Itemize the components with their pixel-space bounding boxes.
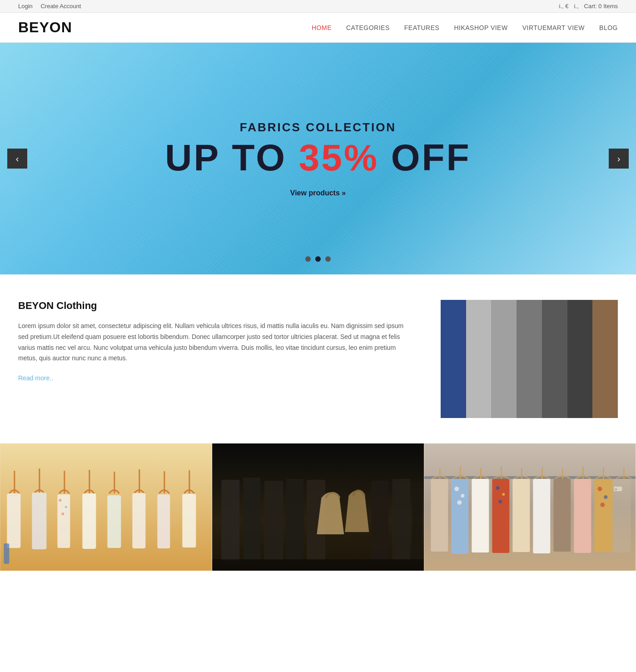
svg-rect-30 xyxy=(371,481,388,561)
product-card-3[interactable]: M xyxy=(424,443,636,571)
swatch-blue xyxy=(441,300,466,418)
header: BEYON HOME CATEGORIES FEATURES HIKASHOP … xyxy=(0,13,636,43)
swatch-darkgray xyxy=(542,300,567,418)
svg-rect-59 xyxy=(574,479,591,553)
product-card-1[interactable] xyxy=(0,443,212,571)
svg-point-15 xyxy=(65,506,67,508)
about-fabric-swatches xyxy=(441,300,618,418)
product-card-2[interactable] xyxy=(212,443,424,571)
hero-content: FABRICS COLLECTION UP TO 35% OFF View pr… xyxy=(165,120,471,197)
nav-blog[interactable]: BLOG xyxy=(599,24,618,31)
nav-hikashop[interactable]: HIKASHOP VIEW xyxy=(454,24,507,31)
about-body: Lorem ipsum dolor sit amet, consectetur … xyxy=(18,321,413,364)
svg-point-61 xyxy=(598,487,602,491)
swatch-midgray xyxy=(517,300,542,418)
currency-selector[interactable]: i., € xyxy=(559,3,568,10)
main-nav: HOME CATEGORIES FEATURES HIKASHOP VIEW V… xyxy=(312,24,618,31)
slider-dot-1[interactable] xyxy=(305,256,311,262)
svg-rect-20 xyxy=(157,494,170,548)
svg-rect-32 xyxy=(412,482,422,559)
language-selector[interactable]: i., xyxy=(574,3,578,10)
slider-next-button[interactable]: › xyxy=(609,149,629,169)
swatch-brown xyxy=(592,300,618,418)
chevron-right-icon: › xyxy=(617,154,621,164)
svg-rect-17 xyxy=(82,493,96,549)
hero-title-part1: UP TO xyxy=(165,137,298,178)
product-grid: M xyxy=(0,443,636,571)
svg-rect-13 xyxy=(57,494,70,548)
svg-rect-22 xyxy=(4,543,9,564)
svg-rect-52 xyxy=(492,479,510,553)
svg-rect-19 xyxy=(132,493,145,548)
svg-point-63 xyxy=(601,503,605,507)
svg-point-54 xyxy=(502,493,505,496)
svg-point-14 xyxy=(59,499,61,502)
svg-rect-57 xyxy=(533,479,551,553)
top-bar: Login Create Account i., € i., Cart: 0 I… xyxy=(0,0,636,13)
hero-title: UP TO 35% OFF xyxy=(165,139,471,176)
chevron-left-icon: ‹ xyxy=(16,154,19,164)
rack-image-2 xyxy=(212,443,424,571)
svg-point-50 xyxy=(457,500,462,505)
hero-title-accent: 35% xyxy=(299,137,379,178)
svg-rect-56 xyxy=(513,479,530,552)
top-bar-right: i., € i., Cart: 0 Items xyxy=(559,3,618,10)
svg-rect-18 xyxy=(107,495,121,548)
svg-rect-12 xyxy=(32,493,46,549)
hero-cta-link[interactable]: View products » xyxy=(290,189,346,197)
slider-prev-button[interactable]: ‹ xyxy=(7,149,27,169)
svg-rect-66 xyxy=(613,479,631,553)
hero-subtitle: FABRICS COLLECTION xyxy=(165,120,471,134)
slider-dot-2[interactable] xyxy=(315,256,321,262)
svg-point-48 xyxy=(455,487,459,491)
svg-rect-60 xyxy=(595,479,613,552)
svg-rect-27 xyxy=(264,481,283,560)
slider-dots xyxy=(305,256,331,262)
svg-rect-51 xyxy=(472,479,489,553)
nav-categories[interactable]: CATEGORIES xyxy=(346,24,390,31)
svg-rect-10 xyxy=(7,493,20,548)
svg-rect-25 xyxy=(221,480,239,562)
svg-point-53 xyxy=(496,486,500,490)
login-link[interactable]: Login xyxy=(18,3,33,10)
hero-title-part2: OFF xyxy=(379,137,471,178)
about-title: BEYON Clothing xyxy=(18,300,413,312)
cart-info[interactable]: Cart: 0 Items xyxy=(584,3,618,10)
svg-rect-28 xyxy=(286,479,303,561)
svg-rect-33 xyxy=(212,559,424,571)
about-text: BEYON Clothing Lorem ipsum dolor sit ame… xyxy=(18,300,413,418)
create-account-link[interactable]: Create Account xyxy=(40,3,81,10)
swatch-lightgray xyxy=(466,300,492,418)
swatch-darkergray xyxy=(567,300,593,418)
svg-rect-21 xyxy=(182,494,196,548)
nav-virtuemart[interactable]: VIRTUEMART VIEW xyxy=(522,24,585,31)
svg-point-55 xyxy=(499,500,502,503)
svg-rect-31 xyxy=(392,479,410,561)
svg-point-62 xyxy=(604,495,608,499)
svg-rect-47 xyxy=(452,479,469,554)
svg-point-16 xyxy=(61,513,64,515)
nav-home[interactable]: HOME xyxy=(312,24,332,31)
top-bar-left: Login Create Account xyxy=(18,3,87,10)
hero-slider: ‹ FABRICS COLLECTION UP TO 35% OFF View … xyxy=(0,43,636,274)
rack-image-3: M xyxy=(424,443,636,571)
slider-dot-3[interactable] xyxy=(325,256,331,262)
svg-rect-46 xyxy=(431,479,448,552)
svg-rect-26 xyxy=(243,478,260,562)
rack-image-1 xyxy=(0,443,212,571)
swatch-gray xyxy=(491,300,517,418)
svg-rect-58 xyxy=(554,479,571,552)
about-section: BEYON Clothing Lorem ipsum dolor sit ame… xyxy=(0,274,636,443)
svg-rect-1 xyxy=(0,443,212,571)
site-logo[interactable]: BEYON xyxy=(18,19,72,36)
svg-point-49 xyxy=(461,494,465,498)
about-readmore-link[interactable]: Read more.. xyxy=(18,374,53,382)
nav-features[interactable]: FEATURES xyxy=(404,24,440,31)
